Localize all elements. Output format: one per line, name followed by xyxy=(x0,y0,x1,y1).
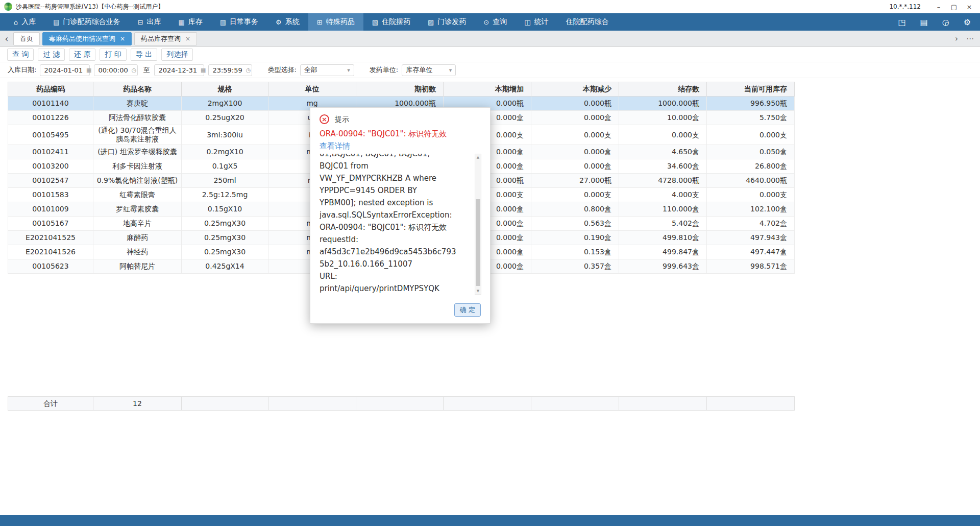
nav-item-label: 查询 xyxy=(493,17,507,27)
date-to-input[interactable]: 2024-12-31 ▦ xyxy=(154,64,204,76)
tabs: 首页毒麻药品使用情况查询×药品库存查询× xyxy=(13,32,197,45)
nav-item-7[interactable]: ⊞特殊药品 xyxy=(308,13,363,31)
print-window-icon[interactable]: ▤ xyxy=(920,17,928,27)
toolbar-button-4[interactable]: 打 印 xyxy=(100,49,126,61)
nav-item-11[interactable]: ◫统计 xyxy=(516,13,557,31)
totals-cell xyxy=(619,397,707,411)
ok-button[interactable]: 确 定 xyxy=(454,303,481,317)
tab-close-icon[interactable]: × xyxy=(120,35,125,42)
modal-scrollbar[interactable]: ▲ ▼ xyxy=(475,154,481,295)
time-from-input[interactable]: 00:00:00 ◷ xyxy=(94,64,138,76)
modal-message-line: java.sql.SQLSyntaxErrorException: xyxy=(320,209,472,221)
table-cell: 0.000支 xyxy=(531,188,619,202)
table-cell: 00101140 xyxy=(8,97,93,111)
table-cell: 3ml:300iu xyxy=(182,125,268,145)
calendar-icon[interactable]: ▦ xyxy=(86,67,91,74)
toolbar-button-3[interactable]: 还 原 xyxy=(69,49,95,61)
error-detail-scroll-area[interactable]: 01,BQJC01, BQJC01, BQJC01,BQJC01 fromVW_… xyxy=(320,154,472,295)
navbar-items: ⌂入库▤门诊配药综合业务⊟出库▦库存▥日常事务⚙系统⊞特殊药品▧住院摆药▨门诊发… xyxy=(5,13,980,31)
toolbar-button-2[interactable]: 过 滤 xyxy=(38,49,64,61)
toolbar-button-1[interactable]: 查 询 xyxy=(7,49,34,61)
modal-message-line: print/api/query/printDMYPSYQK xyxy=(320,282,472,295)
modal-message-line: URL: xyxy=(320,270,472,282)
table-footer-row: 合计12 xyxy=(8,397,795,411)
nav-item-9[interactable]: ▨门诊发药 xyxy=(419,13,475,31)
scroll-down-icon[interactable]: ▼ xyxy=(475,288,481,294)
table-cell: 110.000盒 xyxy=(619,202,707,217)
column-header[interactable]: 当前可用库存 xyxy=(707,82,795,97)
nav-item-12[interactable]: 住院配药综合 xyxy=(557,13,617,31)
totals-cell: 12 xyxy=(93,397,182,411)
unit-select[interactable]: 库存单位 ▾ xyxy=(402,64,456,76)
table-cell: 赛庚啶 xyxy=(93,97,182,111)
table-cell: 00102547 xyxy=(8,174,93,188)
table-cell: 10.000盒 xyxy=(619,111,707,125)
unit-select-value: 库存单位 xyxy=(406,65,432,75)
nav-item-3[interactable]: ⊟出库 xyxy=(129,13,170,31)
view-details-link[interactable]: 查看详情 xyxy=(310,140,359,151)
time-to-value: 23:59:59 xyxy=(212,66,242,74)
maximize-button[interactable]: ▢ xyxy=(946,1,962,12)
minimize-button[interactable]: – xyxy=(931,1,946,12)
table-cell: (进口) 坦索罗辛缓释胶囊 xyxy=(93,145,182,159)
column-header[interactable]: 单位 xyxy=(268,82,356,97)
table-cell: 998.571盒 xyxy=(707,259,795,274)
clock-icon[interactable]: ◷ xyxy=(132,67,137,74)
table-cell: 499.847盒 xyxy=(619,245,707,259)
type-select[interactable]: 全部 ▾ xyxy=(300,64,354,76)
close-button[interactable]: × xyxy=(962,1,977,12)
column-header[interactable]: 结存数 xyxy=(619,82,707,97)
table-cell: 0.563盒 xyxy=(531,217,619,231)
table-cell: 0.25mgX30 xyxy=(182,231,268,245)
tabs-scroll-left-icon[interactable]: ‹ xyxy=(0,34,13,44)
filterbar: 入库日期: 2024-01-01 ▦ 00:00:00 ◷ 至 2024-12-… xyxy=(0,62,980,78)
table-cell: 497.943盒 xyxy=(707,231,795,245)
table-cell: 阿帕替尼片 xyxy=(93,259,182,274)
tab-2[interactable]: 毒麻药品使用情况查询× xyxy=(42,32,132,45)
column-header[interactable]: 本期减少 xyxy=(531,82,619,97)
time-to-input[interactable]: 23:59:59 ◷ xyxy=(208,64,252,76)
tabs-more-icon[interactable]: ⋯ xyxy=(966,34,974,43)
table-cell: 0.050盒 xyxy=(707,145,795,159)
tab-1[interactable]: 首页 xyxy=(13,32,40,45)
nav-item-8[interactable]: ▧住院摆药 xyxy=(363,13,419,31)
nav-item-10[interactable]: ⊙查询 xyxy=(475,13,516,31)
nav-item-label: 入库 xyxy=(21,17,36,27)
daily-tasks-icon: ▥ xyxy=(220,18,226,26)
tabs-scroll-right-icon[interactable]: › xyxy=(955,34,958,43)
table-cell: 0.25mgX30 xyxy=(182,245,268,259)
settings-gear-icon[interactable]: ⚙ xyxy=(964,17,971,27)
table-cell: 0.800盒 xyxy=(531,202,619,217)
tab-3[interactable]: 药品库存查询× xyxy=(134,32,197,45)
column-header[interactable]: 药品编码 xyxy=(8,82,93,97)
nav-item-1[interactable]: ⌂入库 xyxy=(5,13,44,31)
totals-cell xyxy=(182,397,268,411)
screen-share-icon[interactable]: ◳ xyxy=(898,17,905,27)
tab-close-icon[interactable]: × xyxy=(185,35,190,42)
scrollbar-thumb[interactable] xyxy=(476,199,480,286)
modal-message-line: YPPDPC=9145 ORDER BY xyxy=(320,184,472,197)
nav-item-4[interactable]: ▦库存 xyxy=(169,13,211,31)
modal-message-line: af45d3c71e2b496d9ca5453b6c793 xyxy=(320,246,472,258)
clock-icon[interactable]: ◷ xyxy=(246,67,251,74)
scroll-up-icon[interactable]: ▲ xyxy=(475,154,481,160)
column-header[interactable]: 本期增加 xyxy=(444,82,531,97)
toolbar-button-6[interactable]: 列选择 xyxy=(161,49,193,61)
network-globe-icon[interactable]: ◶ xyxy=(942,17,949,27)
table-cell: 0.25ugX20 xyxy=(182,111,268,125)
column-header[interactable]: 药品名称 xyxy=(93,82,182,97)
column-header[interactable]: 期初数 xyxy=(356,82,444,97)
main-menu-bar: ⌂入库▤门诊配药综合业务⊟出库▦库存▥日常事务⚙系统⊞特殊药品▧住院摆药▨门诊发… xyxy=(0,13,980,31)
nav-item-6[interactable]: ⚙系统 xyxy=(267,13,308,31)
inpatient-dispense-icon: ▧ xyxy=(372,18,378,26)
nav-item-5[interactable]: ▥日常事务 xyxy=(211,13,267,31)
date-from-input[interactable]: 2024-01-01 ▦ xyxy=(40,64,90,76)
toolbar-button-5[interactable]: 导 出 xyxy=(131,49,157,61)
calendar-icon[interactable]: ▦ xyxy=(201,67,206,74)
tabbar-right: › ⋯ xyxy=(955,34,974,43)
error-dialog: × 提示 ORA-00904: "BQJC01": 标识符无效 查看详情 01,… xyxy=(310,107,491,324)
nav-item-2[interactable]: ▤门诊配药综合业务 xyxy=(44,13,129,31)
table-cell: 499.810盒 xyxy=(619,231,707,245)
column-header[interactable]: 规格 xyxy=(182,82,268,97)
nav-item-label: 特殊药品 xyxy=(326,17,355,27)
